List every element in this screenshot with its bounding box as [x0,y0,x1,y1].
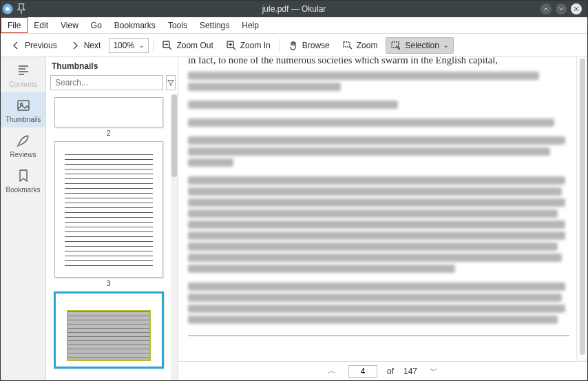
app-window: jule.pdf — Okular File Edit View Go Book… [0,0,588,381]
thumbnails-header: Thumbnails [46,57,178,75]
previous-label: Previous [25,41,57,50]
thumbnail-page-current[interactable] [54,291,164,369]
document-viewport[interactable]: in fact, to none of the numerous societi… [178,57,587,361]
window-title: jule.pdf — Okular [1,4,587,14]
thumbnail-page[interactable] [54,97,163,127]
page-down-button[interactable]: ﹀ [427,364,441,378]
thumbnail-search-input[interactable] [50,75,163,90]
rail-reviews-label: Reviews [10,151,36,158]
rail-contents[interactable]: Contents [1,57,45,92]
thumbnail-page-number: 3 [52,279,165,287]
rail-reviews[interactable]: Reviews [1,127,45,163]
zoom-in-icon [226,40,237,51]
zoom-out-label: Zoom Out [176,41,213,50]
zoom-out-button[interactable]: Zoom Out [158,38,217,53]
browse-button[interactable]: Browse [284,38,334,53]
document-scrollbar[interactable] [576,57,587,361]
menu-help[interactable]: Help [235,17,265,33]
zoom-box-icon [342,40,353,51]
zoom-value: 100% [113,41,134,50]
minimize-button[interactable] [540,3,552,14]
zoom-in-label: Zoom In [240,41,271,50]
thumbnail-page-number: 2 [52,129,165,137]
thumbnail-page[interactable] [54,141,163,278]
separator [153,38,154,53]
annotate-icon [16,133,31,148]
next-label: Next [84,41,101,50]
app-icon [1,2,14,16]
page-content: in fact, to none of the numerous societi… [188,57,569,333]
menu-settings[interactable]: Settings [193,17,235,33]
menu-edit[interactable]: Edit [28,17,54,33]
thumbnails-panel: Thumbnails 2 3 [46,57,178,380]
menu-view[interactable]: View [54,17,85,33]
bookmark-icon [16,168,31,183]
svg-rect-4 [344,42,350,47]
page-up-button[interactable]: ︿ [325,364,339,378]
browse-label: Browse [302,41,330,50]
contents-icon [16,63,31,78]
rail-thumbnails[interactable]: Thumbnails [1,92,45,127]
zoom-select[interactable]: 100% ⌄ [109,38,149,53]
next-button[interactable]: Next [65,38,105,53]
svg-point-1 [6,7,10,11]
previous-button[interactable]: Previous [6,38,61,53]
image-icon [16,98,31,113]
hand-icon [288,40,299,51]
selection-icon [390,40,401,51]
chevron-down-icon: ⌄ [443,41,449,50]
thumbnail-scroll: 2 3 [46,94,178,380]
rail-bookmarks[interactable]: Bookmarks [1,163,45,198]
menu-go[interactable]: Go [85,17,108,33]
selection-button[interactable]: Selection ⌄ [386,37,453,54]
page-separator [188,336,569,336]
menu-file[interactable]: File [1,17,28,33]
zoom-in-button[interactable]: Zoom In [222,38,275,53]
window-controls [540,3,587,14]
toolbar: Previous Next 100% ⌄ Zoom Out Zoom In Br… [1,34,587,57]
menu-tools[interactable]: Tools [162,17,193,33]
menu-bar: File Edit View Go Bookmarks Tools Settin… [1,17,587,34]
menu-bookmarks[interactable]: Bookmarks [108,17,162,33]
thumbnail-scrollbar[interactable] [171,94,178,380]
zoom-label: Zoom [357,41,378,50]
main-area: Contents Thumbnails Reviews Bookmarks Th… [1,57,587,380]
rail-thumbnails-label: Thumbnails [6,116,41,123]
chevron-right-icon [70,40,81,51]
selection-label: Selection [405,41,439,50]
title-bar: jule.pdf — Okular [1,1,587,17]
close-button[interactable] [571,3,582,14]
zoom-tool-button[interactable]: Zoom [338,38,382,53]
svg-point-7 [20,103,22,105]
page-first-line: in fact, to none of the numerous societi… [188,57,569,66]
svg-rect-6 [18,101,29,110]
page-number-input[interactable] [348,365,377,378]
side-rail: Contents Thumbnails Reviews Bookmarks [1,57,46,380]
maximize-button[interactable] [556,3,567,14]
zoom-out-icon [162,40,173,51]
document-area: in fact, to none of the numerous societi… [178,57,587,380]
page-total: 147 [403,367,417,376]
page-navigator: ︿ of 147 ﹀ [178,361,587,380]
thumbnail-search-row [46,75,178,94]
scrollbar-handle[interactable] [171,94,177,177]
page-of-label: of [387,367,394,376]
pin-icon[interactable] [14,2,28,16]
separator [279,38,280,53]
chevron-left-icon [10,40,21,51]
rail-contents-label: Contents [9,81,36,88]
thumbnail-filter-button[interactable] [166,75,176,90]
chevron-down-icon: ⌄ [138,41,145,50]
rail-bookmarks-label: Bookmarks [6,186,40,194]
scrollbar-handle[interactable] [580,59,585,355]
